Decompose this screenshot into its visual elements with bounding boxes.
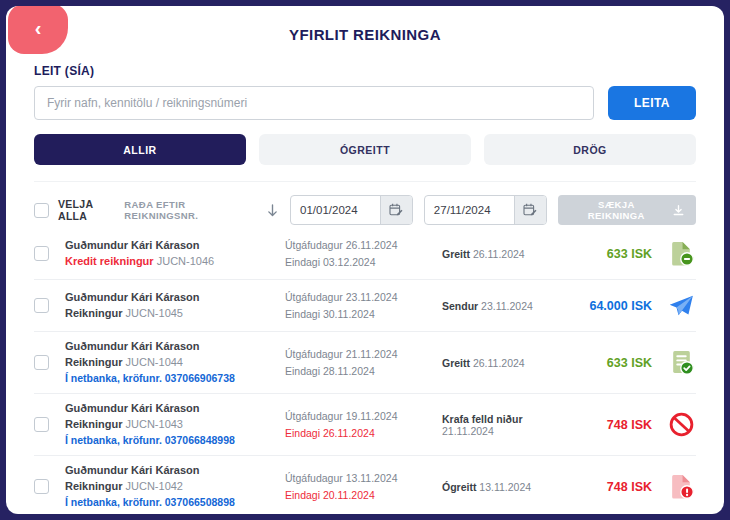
invoice-amount: 748 ISK (560, 418, 652, 432)
customer-name: Guðmundur Kári Kárason (65, 290, 285, 306)
bank-claim-reference: Í netbanka, kröfunr. 037066508898 (65, 495, 285, 510)
invoice-row[interactable]: Guðmundur Kári Kárason Kredit reikningur… (34, 228, 696, 280)
issue-date: Útgáfudagur 19.11.2024 (285, 408, 442, 424)
select-all-label: VELJA ALLA (58, 198, 124, 222)
due-date: Eindagi 30.11.2024 (285, 306, 442, 322)
status-label: Ógreitt (442, 481, 476, 493)
date-from-input[interactable]: 01/01/2024 (290, 195, 413, 225)
due-date: Eindagi 26.11.2024 (285, 425, 442, 441)
invoice-unpaid-icon (666, 472, 696, 502)
issue-date: Útgáfudagur 13.11.2024 (285, 470, 442, 486)
issue-date: Útgáfudagur 26.11.2024 (285, 237, 442, 253)
list-toolbar: VELJA ALLA RAÐA EFTIR REIKNINGSNR. 01/01… (34, 181, 696, 225)
credit-invoice-icon (666, 239, 696, 269)
status-label: Greitt (442, 357, 470, 369)
invoice-type: Kredit reikningur (65, 255, 154, 267)
invoice-row[interactable]: Guðmundur Kári Kárason Reikningur JUCN-1… (34, 280, 696, 332)
select-all-checkbox[interactable] (34, 203, 49, 218)
download-invoices-button[interactable]: SÆKJA REIKNINGA (558, 195, 696, 225)
invoice-list: Guðmundur Kári Kárason Kredit reikningur… (34, 228, 696, 514)
date-from-value: 01/01/2024 (291, 196, 380, 224)
status-label: Sendur (442, 300, 478, 312)
page-title: YFIRLIT REIKNINGA (289, 26, 441, 43)
sort-label: RAÐA EFTIR REIKNINGSNR. (124, 199, 261, 221)
tab-drög[interactable]: DRÖG (484, 134, 696, 165)
customer-name: Guðmundur Kári Kárason (65, 463, 285, 479)
claim-cancelled-icon (666, 410, 696, 440)
row-checkbox[interactable] (34, 355, 49, 370)
customer-name: Guðmundur Kári Kárason (65, 238, 285, 254)
search-input[interactable] (34, 86, 594, 120)
calendar-icon (514, 196, 546, 224)
row-checkbox[interactable] (34, 246, 49, 261)
sort-direction-icon (267, 204, 278, 217)
status-date: 26.11.2024 (473, 357, 525, 369)
search-section-label: LEIT (SÍA) (34, 64, 696, 78)
issue-date: Útgáfudagur 21.11.2024 (285, 346, 442, 362)
invoice-type: Reikningur (65, 356, 122, 368)
customer-name: Guðmundur Kári Kárason (65, 339, 285, 355)
invoice-number: JUCN-1042 (126, 480, 183, 492)
status-date: 21.11.2024 (442, 425, 494, 437)
date-to-value: 27/11/2024 (425, 196, 514, 224)
invoice-amount: 633 ISK (560, 247, 652, 261)
calendar-icon (380, 196, 412, 224)
invoice-amount: 748 ISK (560, 480, 652, 494)
date-to-input[interactable]: 27/11/2024 (424, 195, 547, 225)
due-date: Eindagi 28.11.2024 (285, 363, 442, 379)
status-date: 13.11.2024 (479, 481, 531, 493)
invoice-number: JUCN-1045 (126, 307, 183, 319)
invoice-type: Reikningur (65, 480, 122, 492)
chevron-left-icon: ‹ (35, 18, 42, 38)
status-date: 23.11.2024 (481, 300, 533, 312)
status-date: 26.11.2024 (473, 248, 525, 260)
invoice-amount: 633 ISK (560, 356, 652, 370)
due-date: Eindagi 20.11.2024 (285, 487, 442, 503)
row-checkbox[interactable] (34, 417, 49, 432)
row-checkbox[interactable] (34, 298, 49, 313)
invoices-overview-panel: YFIRLIT REIKNINGA LEIT (SÍA) LEITA ALLIR… (6, 6, 724, 514)
invoice-type: Reikningur (65, 418, 122, 430)
page-header: YFIRLIT REIKNINGA (6, 6, 724, 62)
issue-date: Útgáfudagur 23.11.2024 (285, 289, 442, 305)
due-date: Eindagi 03.12.2024 (285, 254, 442, 270)
row-checkbox[interactable] (34, 479, 49, 494)
invoice-amount: 64.000 ISK (560, 299, 652, 313)
sort-control[interactable]: RAÐA EFTIR REIKNINGSNR. (124, 199, 278, 221)
invoice-number: JUCN-1043 (126, 418, 183, 430)
invoice-sent-icon (666, 291, 696, 321)
invoice-type: Reikningur (65, 307, 122, 319)
back-button[interactable]: ‹ (8, 6, 68, 54)
status-label: Greitt (442, 248, 470, 260)
invoice-row[interactable]: Guðmundur Kári Kárason Reikningur JUCN-1… (34, 332, 696, 394)
invoice-number: JUCN-1046 (157, 255, 214, 267)
download-invoices-label: SÆKJA REIKNINGA (569, 199, 664, 221)
filter-tabs: ALLIRÓGREITTDRÖG (34, 134, 696, 165)
bank-claim-reference: Í netbanka, kröfunr. 037066848998 (65, 433, 285, 448)
search-button[interactable]: LEITA (608, 86, 696, 120)
invoice-row[interactable]: Guðmundur Kári Kárason Reikningur JUCN-1… (34, 394, 696, 456)
tab-allir[interactable]: ALLIR (34, 134, 246, 165)
bank-claim-reference: Í netbanka, kröfunr. 037066906738 (65, 371, 285, 386)
invoice-number: JUCN-1044 (126, 356, 183, 368)
invoice-paid-icon (666, 348, 696, 378)
download-icon (672, 204, 685, 217)
invoice-row[interactable]: Guðmundur Kári Kárason Reikningur JUCN-1… (34, 456, 696, 514)
customer-name: Guðmundur Kári Kárason (65, 401, 285, 417)
tab-ógreitt[interactable]: ÓGREITT (259, 134, 471, 165)
status-label: Krafa felld niður (442, 413, 523, 425)
